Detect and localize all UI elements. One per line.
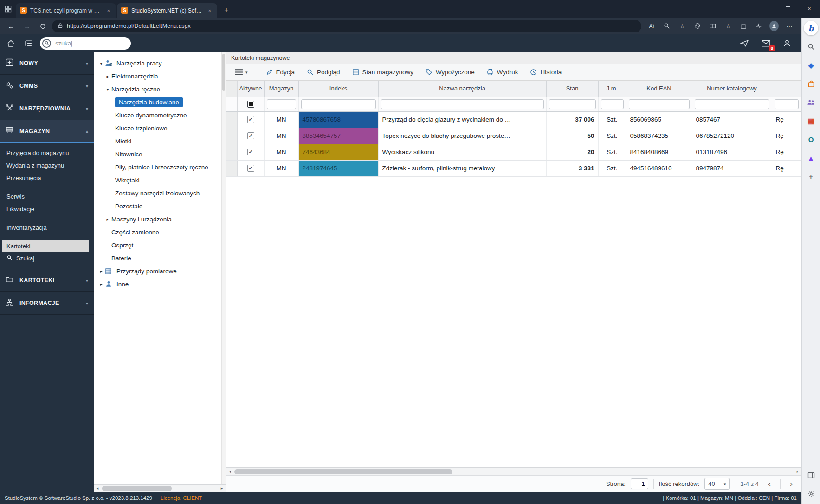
tree-item-wkrętaki[interactable]: Wkrętaki: [94, 174, 226, 187]
row-active-checkbox[interactable]: [247, 132, 254, 139]
sidebar-item-nowy[interactable]: NOWY▾: [0, 52, 94, 75]
column-header-magazyn[interactable]: Magazyn: [264, 81, 298, 97]
sidebar-item-kartoteki[interactable]: KARTOTEKI▾: [0, 269, 94, 292]
refresh-icon[interactable]: [36, 19, 49, 32]
tree-item-piły-płatnice-i-brzeszczoty-ręczne[interactable]: Piły, płatnice i brzeszczoty ręczne: [94, 161, 226, 174]
select-all-checkbox[interactable]: [247, 101, 254, 108]
table-row[interactable]: MN45780867658Przyrząd do cięcia glazury …: [226, 111, 801, 128]
user-icon[interactable]: [781, 37, 793, 49]
tree-item-narzędzia-budowlane[interactable]: Narzędzia budowlane: [94, 96, 226, 109]
extensions-icon[interactable]: [693, 21, 702, 31]
copilot-icon[interactable]: b: [804, 21, 818, 35]
tree-item-maszyny-i-urządzenia[interactable]: ▸Maszyny i urządzenia: [94, 213, 226, 226]
browser-tab-2[interactable]: S StudioSystem.NET (c) SoftwareSt ×: [117, 3, 217, 18]
menu-tree-icon[interactable]: [22, 37, 34, 49]
back-icon[interactable]: ←: [5, 19, 18, 32]
filter-input-stan[interactable]: [549, 99, 596, 109]
row-active-checkbox[interactable]: [247, 116, 254, 123]
row-active-checkbox[interactable]: [247, 165, 254, 172]
expand-arrow-icon[interactable]: ▸: [97, 269, 105, 274]
tree-item-młotki[interactable]: Młotki: [94, 135, 226, 148]
favorites-bar-icon[interactable]: ☆: [723, 21, 733, 31]
app-search[interactable]: [40, 37, 131, 50]
m365-icon[interactable]: ▦: [804, 114, 818, 128]
outlook-icon[interactable]: O: [804, 132, 818, 147]
expand-arrow-icon[interactable]: ▸: [104, 217, 111, 222]
forward-icon[interactable]: →: [20, 19, 33, 32]
settings-icon[interactable]: [804, 486, 818, 501]
page-size-select[interactable]: 40 ▾: [704, 478, 730, 490]
address-bar[interactable]: https://st.programdemo.pl/DefaultLeftMen…: [52, 20, 641, 32]
favorites-add-icon[interactable]: ☆: [678, 21, 687, 31]
column-header-numer-katalogowy[interactable]: Numer katalogowy: [692, 81, 772, 97]
next-page-button[interactable]: ›: [786, 478, 797, 490]
scroll-right-icon[interactable]: ▸: [794, 469, 801, 474]
tree-item-narzędzia-ręczne[interactable]: ▾Narzędzia ręczne: [94, 83, 226, 96]
submenu-item-wydania-z-magazynu[interactable]: Wydania z magazynu: [0, 159, 94, 172]
filter-input-magazyn[interactable]: [267, 99, 296, 109]
submenu-item-kartoteki[interactable]: Kartoteki: [2, 240, 89, 252]
browser-essentials-icon[interactable]: [754, 21, 763, 31]
tree-item-nitownice[interactable]: Nitownice: [94, 148, 226, 161]
submenu-item-serwis[interactable]: Serwis: [0, 190, 94, 203]
filter-input-j-m[interactable]: [601, 99, 624, 109]
tab-close-icon[interactable]: ×: [105, 7, 112, 14]
submenu-item-szukaj[interactable]: Szukaj: [0, 252, 94, 265]
scroll-left-icon[interactable]: ◂: [226, 469, 233, 474]
browser-tab-1[interactable]: S TCS.net, czyli program w narzędz ×: [16, 3, 116, 18]
table-horizontal-scrollbar[interactable]: ◂ ▸: [226, 467, 801, 475]
filter-input-clipped[interactable]: [775, 99, 799, 109]
submenu-item-likwidacje[interactable]: Likwidacje: [0, 203, 94, 215]
shield-icon[interactable]: ◆: [804, 58, 818, 72]
tree-item-osprzęt[interactable]: Osprzęt: [94, 239, 226, 252]
minimize-button[interactable]: ─: [756, 0, 777, 18]
tree-item-baterie[interactable]: Baterie: [94, 252, 226, 265]
page-number-input[interactable]: [631, 478, 648, 489]
submenu-item-przesunięcia[interactable]: Przesunięcia: [0, 172, 94, 184]
submenu-item-inwentaryzacja[interactable]: Inwentaryzacja: [0, 221, 94, 234]
column-header-stan[interactable]: Stan: [546, 81, 598, 97]
search-icon[interactable]: [804, 39, 818, 54]
new-tab-button[interactable]: +: [220, 4, 233, 17]
toolbar-button-wydruk[interactable]: Wydruk: [482, 66, 523, 78]
tab-close-icon[interactable]: ×: [207, 7, 213, 14]
toolbar-button-edycja[interactable]: Edycja: [261, 66, 300, 78]
tree-vertical-scrollbar[interactable]: [221, 52, 226, 484]
filter-input-nazwa-narzędzia[interactable]: [381, 99, 544, 109]
filter-input-indeks[interactable]: [301, 99, 376, 109]
grid-menu-button[interactable]: ▾: [230, 69, 252, 76]
table-row[interactable]: MN88534654757Topex nożyce do blachy prze…: [226, 128, 801, 144]
column-header-j-m[interactable]: J.m.: [598, 81, 626, 97]
send-icon[interactable]: [738, 37, 750, 49]
more-menu-icon[interactable]: ···: [785, 21, 794, 31]
maximize-button[interactable]: [777, 0, 799, 18]
table-row[interactable]: MN74643684Wyciskacz silikonu20Szt.841684…: [226, 144, 801, 160]
row-active-checkbox[interactable]: [247, 149, 254, 155]
tree-item-klucze-trzpieniowe[interactable]: Klucze trzpieniowe: [94, 122, 226, 135]
table-row[interactable]: MN2481974645Zdzierak - surform, pilnik-s…: [226, 160, 801, 176]
split-screen-icon[interactable]: [708, 21, 717, 31]
filter-input-kod-ean[interactable]: [629, 99, 690, 109]
prev-page-button[interactable]: ‹: [764, 478, 775, 490]
add-icon[interactable]: +: [804, 169, 818, 184]
toolbar-button-stan-magazynowy[interactable]: Stan magazynowy: [347, 66, 419, 78]
scroll-left-icon[interactable]: ◂: [94, 486, 101, 491]
column-header-aktywne[interactable]: Aktywne: [237, 81, 264, 97]
column-header-indeks[interactable]: Indeks: [298, 81, 378, 97]
tree-item-przyrządy-pomiarowe[interactable]: ▸Przyrządy pomiarowe: [94, 265, 226, 278]
tree-item-inne[interactable]: ▸Inne: [94, 278, 226, 291]
home-icon[interactable]: [5, 37, 17, 49]
toolbar-button-historia[interactable]: Historia: [525, 66, 567, 78]
panel-icon[interactable]: [804, 468, 818, 482]
mail-icon[interactable]: 8: [760, 37, 772, 49]
collapse-arrow-icon[interactable]: ▾: [104, 87, 111, 92]
collections-icon[interactable]: [739, 21, 748, 31]
sidebar-item-magazyn[interactable]: MAGAZYN▴: [0, 120, 94, 143]
tree-horizontal-scrollbar[interactable]: ◂ ▸: [94, 484, 226, 492]
tree-item-klucze-dynamometryczne[interactable]: Klucze dynamometryczne: [94, 109, 226, 122]
collapse-arrow-icon[interactable]: ▾: [97, 61, 105, 66]
sidebar-item-informacje[interactable]: INFORMACJE▾: [0, 292, 94, 315]
tree-item-elektronarzędzia[interactable]: ▸Elektronarzędzia: [94, 70, 226, 83]
tree-item-zestawy-narzędzi-izolowanych[interactable]: Zestawy narzędzi izolowanych: [94, 187, 226, 200]
tree-item-części-zamienne[interactable]: Części zamienne: [94, 226, 226, 239]
